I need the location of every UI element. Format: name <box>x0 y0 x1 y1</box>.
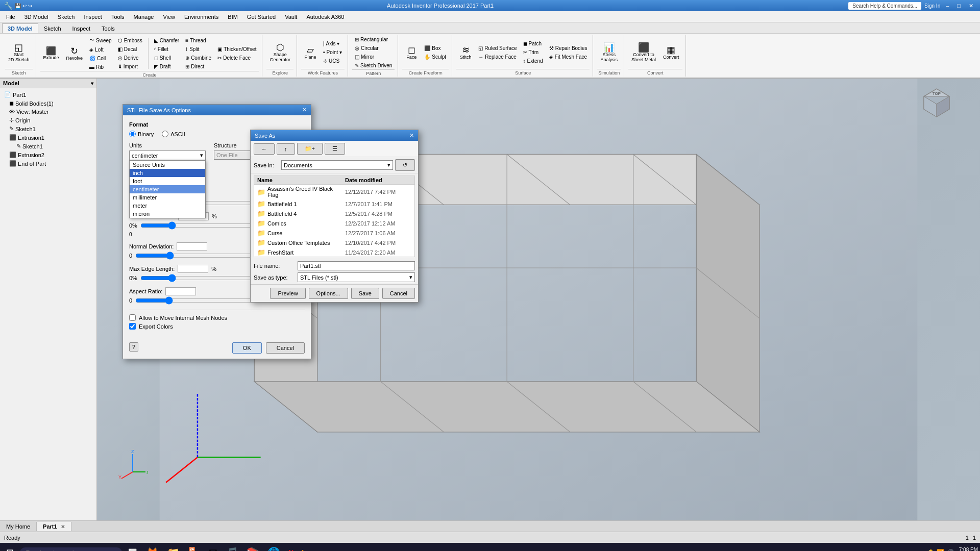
trim-button[interactable]: ✂ Trim <box>521 48 546 56</box>
aspect-input[interactable] <box>165 287 196 295</box>
direct-button[interactable]: ⊞ Direct <box>183 63 214 70</box>
spotify-icon[interactable]: 🎵 <box>223 545 241 551</box>
save-icon[interactable]: 💾 <box>15 3 21 9</box>
binary-radio-input[interactable] <box>129 131 136 137</box>
tree-item-extrusion1[interactable]: ⬛ Extrusion1 <box>2 133 94 142</box>
save-view-button[interactable]: ☰ <box>325 143 345 155</box>
tab-part1-close[interactable]: ✕ <box>61 524 65 530</box>
circ-pattern-button[interactable]: ◎ Circular <box>352 44 395 52</box>
file-item-1[interactable]: 📁 Battlefield 1 12/7/2017 1:41 PM <box>254 199 414 209</box>
inventor-icon[interactable]: I <box>299 547 307 551</box>
menu-file[interactable]: File <box>2 13 19 21</box>
dd-foot[interactable]: foot <box>130 177 205 185</box>
draft-button[interactable]: ◤ Draft <box>152 63 182 70</box>
save-back-button[interactable]: ← <box>254 143 275 155</box>
emboss-button[interactable]: ⬡ Emboss <box>115 37 145 44</box>
tab-inspect[interactable]: Inspect <box>67 23 96 33</box>
model-panel-collapse[interactable]: ▾ <box>91 81 93 86</box>
derive-button[interactable]: ◎ Derive <box>115 54 145 62</box>
convert-button[interactable]: ▦ Convert <box>660 43 682 62</box>
thicken-button[interactable]: ▣ Thicken/Offset <box>215 45 259 53</box>
ucs-button[interactable]: ⊹ UCS <box>321 57 345 65</box>
tree-item-sketch1-sub[interactable]: ✎ Sketch1 <box>2 142 94 151</box>
tree-item-sketch1-top[interactable]: ✎ Sketch1 <box>2 124 94 133</box>
normal-dev-input[interactable] <box>177 242 207 251</box>
save-close-button[interactable]: ✕ <box>409 132 414 139</box>
file-item-0[interactable]: 📁 Assassin's Creed IV Black Flag 12/12/2… <box>254 185 414 199</box>
replace-face-button[interactable]: ↔ Replace Face <box>476 53 519 61</box>
menu-inspect[interactable]: Inspect <box>80 13 106 21</box>
savetype-dropdown[interactable]: STL Files (*.stl) ▾ <box>298 272 415 282</box>
netflix-icon[interactable]: N <box>285 547 297 551</box>
patch-button[interactable]: ◼ Patch <box>521 40 546 47</box>
volume-icon[interactable]: 🔊 <box>946 549 954 551</box>
sculpt-button[interactable]: ✋ Sculpt <box>422 53 449 61</box>
menu-3dmodel[interactable]: 3D Model <box>20 13 53 21</box>
stl-close-button[interactable]: ✕ <box>302 107 307 113</box>
chamfer-button[interactable]: ◣ Chamfer <box>152 37 182 44</box>
max-edge-input[interactable] <box>178 265 208 273</box>
thread-button[interactable]: ≡ Thread <box>183 37 214 44</box>
wifi-icon[interactable]: 📶 <box>937 549 944 551</box>
menu-environments[interactable]: Environments <box>180 13 223 21</box>
close-button[interactable]: ✕ <box>966 3 976 9</box>
mail-icon[interactable]: ✉ <box>206 545 220 551</box>
dd-inch[interactable]: inch <box>130 169 205 177</box>
menu-getstarted[interactable]: Get Started <box>243 13 280 21</box>
convert-sheet-button[interactable]: ⬛ Convert toSheet Metal <box>628 41 659 64</box>
app6-icon[interactable]: 📚 <box>243 545 262 551</box>
menu-a360[interactable]: Autodesk A360 <box>302 13 348 21</box>
clock[interactable]: 7:08 PM 2/6/2018 <box>958 547 978 551</box>
taskbar-search[interactable] <box>20 547 122 551</box>
dd-meter[interactable]: meter <box>130 202 205 210</box>
axis-button[interactable]: | Axis ▾ <box>321 40 345 47</box>
combine-button[interactable]: ⊕ Combine <box>183 54 214 62</box>
dd-micron[interactable]: micron <box>130 210 205 218</box>
firefox-icon[interactable]: 🦊 <box>143 545 162 551</box>
dd-source-units[interactable]: Source Units <box>130 161 205 169</box>
minimize-button[interactable]: – <box>943 3 951 9</box>
save-button[interactable]: Save <box>351 288 379 299</box>
export-colors-checkbox[interactable] <box>129 323 136 330</box>
sign-in[interactable]: Sign In <box>924 3 940 9</box>
tree-item-view-master[interactable]: 👁 View: Master <box>2 108 94 116</box>
save-up-button[interactable]: ↑ <box>277 143 295 155</box>
save-path-refresh[interactable]: ↺ <box>395 159 415 171</box>
file-list[interactable]: Name Date modified 📁 Assassin's Creed IV… <box>254 176 415 257</box>
file-item-2[interactable]: 📁 Battlefield 4 12/5/2017 4:28 PM <box>254 209 414 218</box>
mirror-button[interactable]: ◫ Mirror <box>352 53 395 61</box>
cube-navigator[interactable]: TOP <box>919 84 949 114</box>
app7-icon[interactable]: 🌐 <box>264 545 283 551</box>
file-item-6[interactable]: 📁 FreshStart 11/24/2017 2:20 AM <box>254 247 414 257</box>
tree-item-end-of-part[interactable]: ⬛ End of Part <box>2 159 94 168</box>
menu-manage[interactable]: Manage <box>130 13 158 21</box>
tab-my-home[interactable]: My Home <box>0 522 37 531</box>
file-item-5[interactable]: 📁 Custom Office Templates 12/10/2017 4:4… <box>254 238 414 247</box>
filename-input[interactable] <box>298 261 415 270</box>
tab-tools[interactable]: Tools <box>96 23 120 33</box>
decal-button[interactable]: ◧ Decal <box>115 45 145 53</box>
menu-sketch[interactable]: Sketch <box>54 13 79 21</box>
ascii-radio-input[interactable] <box>162 131 168 137</box>
stl-help-button[interactable]: ? <box>129 342 138 352</box>
fit-mesh-button[interactable]: ◈ Fit Mesh Face <box>547 53 590 61</box>
binary-radio[interactable]: Binary <box>129 131 154 137</box>
start-2d-sketch-button[interactable]: ◱ Start2D Sketch <box>5 41 33 64</box>
rib-button[interactable]: ▬ Rib <box>87 63 114 71</box>
tab-part1[interactable]: Part1 ✕ <box>37 522 71 531</box>
extend-button[interactable]: ↕ Extend <box>521 57 546 65</box>
tree-item-solid-bodies[interactable]: ◼ Solid Bodies(1) <box>2 99 94 108</box>
sweep-button[interactable]: 〜 Sweep <box>87 36 114 45</box>
tree-item-origin[interactable]: ⊹ Origin <box>2 116 94 124</box>
menu-view[interactable]: View <box>159 13 179 21</box>
stress-analysis-button[interactable]: 📊 StressAnalysis <box>597 41 621 64</box>
file-item-4[interactable]: 📁 Curse 12/27/2017 1:06 AM <box>254 228 414 238</box>
coil-button[interactable]: 🌀 Coil <box>87 55 114 62</box>
import-button[interactable]: ⬇ Import <box>115 63 145 70</box>
tree-item-extrusion2[interactable]: ⬛ Extrusion2 <box>2 151 94 159</box>
shape-gen-button[interactable]: ⬡ ShapeGenerator <box>266 41 293 64</box>
viewport[interactable]: TOP X Z Y STL File Save As Options ✕ For… <box>97 79 980 520</box>
start-button[interactable]: ⊞ <box>2 545 18 551</box>
units-dropdown[interactable]: centimeter ▾ <box>129 151 206 160</box>
rect-pattern-button[interactable]: ⊞ Rectangular <box>352 36 395 43</box>
